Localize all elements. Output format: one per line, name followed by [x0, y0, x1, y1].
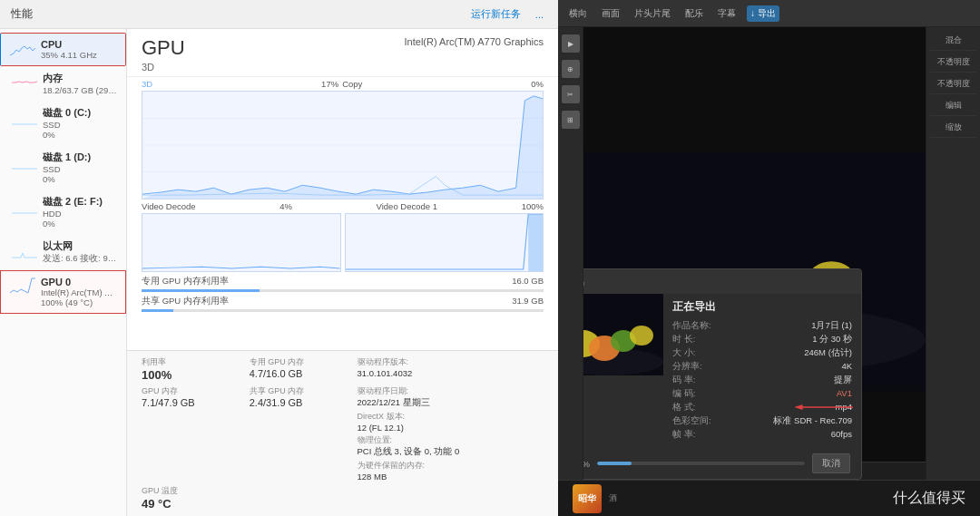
chart-copy-section: 17% Copy: [321, 79, 362, 89]
right-percent: 0%: [531, 79, 544, 89]
memory-name: 内存: [43, 72, 117, 85]
disk1-sub2: 0%: [43, 174, 117, 184]
export-row-colorspace: 色彩空间: 标准 SDR - Rec.709: [672, 415, 852, 427]
disk1-name: 磁盘 1 (D:): [43, 151, 117, 164]
export-row-resolution: 分辨率: 4K: [672, 361, 852, 373]
logo-sub: 酒: [609, 492, 617, 504]
export-button[interactable]: ↓ 导出: [747, 5, 779, 22]
right-item-opacity1[interactable]: 不透明度: [930, 53, 976, 73]
gpu0-sub1: Intel(R) Arc(TM) A77…: [41, 287, 116, 297]
ethernet-info: 以太网 发送: 6.6 接收: 942 M…: [43, 239, 117, 265]
shared-vram-section: 共享 GPU 内存利用率 31.9 GB: [142, 294, 544, 316]
stat-driver-date: 驱动程序日期: 2022/12/21 星期三 DirectX 版本: 12 (F…: [358, 385, 544, 482]
progress-percent: 16.8%: [583, 459, 590, 469]
export-row-codec: 编 码: AV1: [672, 388, 852, 400]
progress-bar: [597, 462, 805, 465]
editor-btn-frame[interactable]: 画面: [598, 5, 623, 22]
dx-label: DirectX 版本:: [358, 411, 544, 423]
sidebar-icon-3[interactable]: ✂: [562, 85, 580, 103]
ethernet-name: 以太网: [43, 239, 117, 253]
chart-3d-label: 3D: [142, 79, 152, 89]
disk0-info: 磁盘 0 (C:) SSD 0%: [43, 106, 117, 140]
shared-vram-label: 共享 GPU 内存利用率: [142, 296, 229, 307]
export-row-size: 大 小: 246M (估计): [672, 347, 852, 359]
shr-label: 共享 GPU 内存: [250, 385, 343, 397]
shared-vram-bar: [142, 309, 544, 312]
task-manager-panel: 性能 运行新任务 ... CPU 35% 4.11 GHz: [0, 0, 558, 516]
right-item-zoom[interactable]: 缩放: [930, 118, 976, 138]
right-item-blend[interactable]: 混合: [930, 31, 976, 51]
dedicated-vram-bar: [142, 289, 544, 292]
export-info-section: 正在导出 作品名称: 1月7日 (1) 时 长: 1 分 30 秒: [663, 294, 861, 448]
sidebar-item-ethernet[interactable]: 以太网 发送: 6.6 接收: 942 M…: [0, 234, 126, 270]
editor-btn-music[interactable]: 配乐: [681, 5, 707, 22]
video-decode-percent: 4%: [279, 201, 292, 211]
ethernet-mini-chart: [12, 239, 37, 259]
cancel-export-button[interactable]: 取消: [812, 453, 850, 473]
gpu-header: GPU 3D Intel(R) Arc(TM) A770 Graphics: [127, 29, 558, 77]
ded-value: 4.7/16.0 GB: [250, 368, 343, 379]
video-decode-chart: [142, 213, 341, 272]
ded-label: 专用 GPU 内存: [250, 356, 343, 368]
sidebar-item-cpu[interactable]: CPU 35% 4.11 GHz: [0, 33, 126, 66]
stat-dedicated: 专用 GPU 内存 4.7/16.0 GB: [250, 356, 343, 382]
more-options-button[interactable]: ...: [532, 7, 547, 22]
svg-rect-4: [528, 214, 543, 271]
run-new-task-button[interactable]: 运行新任务: [467, 5, 524, 23]
export-dialog-title: 导出: [583, 275, 585, 288]
util-label: 利用率: [142, 356, 235, 368]
disk2-sub1: HDD: [43, 209, 117, 219]
preview-background: 导出: [583, 27, 926, 516]
editor-btn-subtitles[interactable]: 字幕: [714, 5, 740, 22]
sidebar-item-disk0[interactable]: 磁盘 0 (C:) SSD 0%: [0, 101, 126, 145]
gpu-main-chart: [142, 91, 544, 200]
rsv-value: 128 MB: [358, 472, 544, 482]
progress-fill: [597, 462, 632, 465]
rsv-label: 为硬件保留的内存:: [358, 460, 544, 472]
logo-icon: 昭华: [573, 484, 602, 513]
sidebar-item-memory[interactable]: 内存 18.2/63.7 GB (29%): [0, 66, 126, 101]
dedicated-vram-label: 专用 GPU 内存利用率: [142, 276, 229, 287]
sidebar-item-gpu0[interactable]: GPU 0 Intel(R) Arc(TM) A77… 100% (49 °C): [0, 270, 126, 314]
export-row-fps: 帧 率: 60fps: [672, 429, 852, 441]
right-item-edit[interactable]: 编辑: [930, 96, 976, 116]
stat-gpu-temp: GPU 温度 49 °C: [142, 485, 235, 511]
cpu-info: CPU 35% 4.11 GHz: [41, 39, 116, 60]
dx-value: 12 (FL 12.1): [358, 423, 544, 433]
shr-value: 2.4/31.9 GB: [250, 397, 343, 408]
sidebar-icon-1[interactable]: ▶: [562, 34, 580, 53]
export-rows: 作品名称: 1月7日 (1) 时 长: 1 分 30 秒 大 小: 246M (: [672, 320, 852, 441]
sidebar-icon-4[interactable]: ⊞: [562, 111, 580, 129]
disk2-sub2: 0%: [43, 219, 117, 229]
dedicated-vram-row: 专用 GPU 内存利用率 16.0 GB: [142, 276, 544, 287]
video-editor-panel: 横向 画面 片头片尾 配乐 字幕 ↓ 导出 ▶ ⊕ ✂ ⊞: [558, 0, 980, 516]
cpu-sub: 35% 4.11 GHz: [41, 50, 116, 60]
export-row-format: 格 式: mp4: [672, 402, 852, 414]
editor-right-sidebar: 混合 不透明度 不透明度 编辑 缩放: [926, 27, 980, 516]
phys-label: 物理位置:: [358, 434, 544, 446]
copy-percent: 17%: [321, 79, 338, 89]
gpu-charts-wrapper: Video Decode 4% Video Decode 1 100%: [127, 91, 558, 350]
disk0-sub2: 0%: [43, 130, 117, 140]
tm-sidebar: CPU 35% 4.11 GHz 内存 18.2/63.7 GB (29%): [0, 29, 127, 516]
gpu-title-section: GPU 3D: [142, 36, 185, 73]
logo-icon-text: 昭华: [578, 492, 596, 505]
editor-btn-titles[interactable]: 片头片尾: [631, 5, 674, 22]
sidebar-icon-2[interactable]: ⊕: [562, 60, 580, 78]
sidebar-item-disk1[interactable]: 磁盘 1 (D:) SSD 0%: [0, 145, 126, 190]
disk1-sub1: SSD: [43, 164, 117, 174]
dedicated-vram-section: 专用 GPU 内存利用率 16.0 GB: [142, 272, 544, 294]
drd-label: 驱动程序日期:: [358, 385, 544, 397]
video-decode-label: Video Decode: [142, 201, 196, 211]
disk0-mini-chart: [12, 106, 37, 126]
export-row-duration: 时 长: 1 分 30 秒: [672, 334, 852, 346]
chart-top-labels: 3D 17% Copy 0%: [127, 77, 558, 91]
copy-label: Copy: [342, 79, 362, 89]
right-item-opacity2[interactable]: 不透明度: [930, 74, 976, 94]
task-manager-title: 性能: [11, 6, 33, 22]
sidebar-item-disk2[interactable]: 磁盘 2 (E: F:) HDD 0%: [0, 190, 126, 234]
gpu-subtitle-label: 3D: [142, 62, 154, 73]
editor-main: ▶ ⊕ ✂ ⊞: [558, 27, 980, 516]
editor-btn-landscape[interactable]: 横向: [565, 5, 591, 22]
video-decode1-label: Video Decode 1: [377, 201, 437, 211]
